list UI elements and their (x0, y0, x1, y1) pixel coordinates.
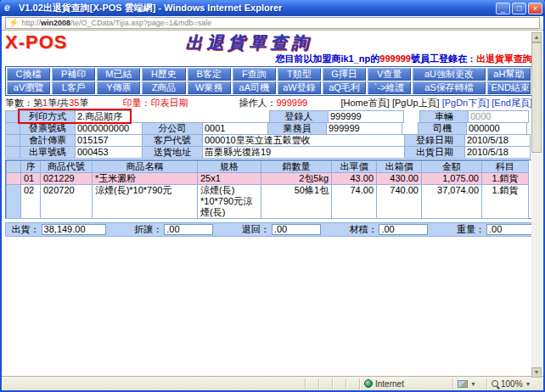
voucher-label: 會計傳票 (20, 134, 76, 147)
total-discount-label: 折讓： (130, 223, 165, 236)
ie-logo-icon: e (4, 3, 15, 14)
security-zone-pane: Internet (360, 378, 453, 389)
form-spacer (403, 110, 420, 123)
window-title: V1.02出退貨查詢[X-POS 雲端網] - Windows Internet… (19, 2, 496, 14)
order-no-value: 000453 (75, 146, 143, 159)
row-selector-cell (5, 122, 20, 135)
maximize-button[interactable]: □ (512, 3, 526, 14)
print-mode-label: 列印方式 (20, 110, 76, 123)
btn-type[interactable]: T類型 (278, 68, 321, 81)
login-person-value: 999999 (328, 110, 404, 123)
invoice-value: 0000000000 (75, 122, 143, 135)
ship-address-value: 苗栗縣光復路19 (202, 146, 405, 159)
col-spec: 規格 (197, 160, 261, 173)
vertical-scrollbar[interactable]: ▲ ▼ (531, 32, 542, 378)
regdate-label: 登錄日期 (404, 134, 465, 147)
print-info: 印量：印表日期 (122, 97, 188, 109)
status-pane (346, 378, 360, 389)
btn-login[interactable]: aW登錄 (278, 81, 321, 94)
items-table: 序 商品代號 商品名稱 規格 銷數量 出單價 出箱價 金額 科目 01 0212… (5, 160, 537, 219)
btn-margin[interactable]: aQ毛利 (323, 81, 366, 94)
print-mode-highlight: 列印方式 2.商品順序 (20, 110, 130, 122)
btn-end[interactable]: `END結束 (487, 81, 531, 94)
form-spacer (130, 110, 270, 123)
btn-customer-order[interactable]: B客定 (188, 68, 231, 81)
cell-spec: 涼煙(長) *10*790元涼 煙(長) (197, 184, 261, 219)
scrollbar-thumb[interactable] (531, 42, 542, 153)
status-pane (319, 378, 333, 389)
total-discount-value: .00 (164, 224, 213, 235)
page-nav-hints: [Home首頁] [PgUp上頁] [PgDn下頁] [End尾頁] (340, 97, 532, 109)
cell-qty: 50條1包 (261, 184, 332, 219)
table-row[interactable]: 02 020720 涼煙(長)*10*790元 涼煙(長) *10*790元涼 … (6, 184, 537, 218)
minimize-button[interactable]: _ (496, 3, 510, 14)
page-options-pane[interactable]: ▼ (453, 378, 487, 389)
col-unit-price: 出單價 (331, 160, 377, 173)
btn-query[interactable]: F查詢 (233, 68, 276, 81)
row-selector-cell (5, 134, 20, 147)
btn-browse[interactable]: aV瀏覽 (7, 81, 50, 94)
cell-seq: 01 (20, 172, 41, 185)
cell-code: 020720 (40, 184, 93, 219)
driver-label: 司機 (418, 122, 467, 135)
status-pane (306, 378, 319, 389)
cell-seq: 02 (20, 184, 41, 219)
sales-value: 999999 (326, 122, 402, 135)
close-button[interactable]: × (528, 3, 542, 14)
page-content: X-POS 出退貨單查詢 您目前以加盟商ik1_np的999999號員工登錄在：… (2, 31, 543, 376)
btn-force-edit[interactable]: aU強制更改 (413, 68, 486, 81)
select-column-header (6, 160, 21, 173)
btn-check-qty[interactable]: V查量 (368, 68, 411, 81)
col-qty: 銷數量 (261, 160, 332, 173)
cell-category: 1.銷貨 (481, 184, 529, 219)
status-message-pane (2, 378, 306, 389)
total-return-value: .00 (272, 224, 321, 235)
row-selector-cell[interactable] (6, 172, 21, 185)
btn-product[interactable]: Z商品 (142, 81, 185, 94)
order-form: 列印方式 2.商品順序 登錄人 999999 車輛 0000 發票號碼 0000… (5, 110, 532, 158)
btn-driver[interactable]: aA司機 (233, 81, 276, 94)
btn-maintain[interactable]: `->維護 (368, 81, 411, 94)
ship-address-label: 送貨地址 (142, 146, 203, 159)
btn-history[interactable]: H歷史 (142, 68, 185, 81)
print-mode-value: 2.商品順序 (75, 110, 131, 123)
login-status-line: 您目前以加盟商ik1_np的999999號員工登錄在：出退貨單查詢 (5, 53, 532, 65)
internet-globe-icon (364, 379, 373, 388)
order-no-label: 出單號碼 (20, 146, 76, 159)
btn-help[interactable]: aH幫助 (487, 68, 531, 81)
customer-label: 客戶代號 (142, 134, 203, 147)
btn-save-export[interactable]: aS保存轉檔 (413, 81, 486, 94)
table-row[interactable]: 01 021229 *玉米澱粉 25x1 2包5kg 43.00 430.00 … (6, 172, 537, 184)
btn-change-file[interactable]: C換檔 (7, 68, 50, 81)
scroll-down-icon[interactable]: ▼ (531, 367, 542, 378)
total-weight-label: 重量： (452, 223, 486, 236)
btn-sales[interactable]: W業務 (188, 81, 231, 94)
btn-voucher[interactable]: Y傳票 (97, 81, 140, 94)
row-selector-cell (5, 110, 20, 123)
col-code: 商品代號 (40, 160, 93, 173)
address-bar: ⚡ http://win2008/te/O_CData/Tijia.asp?pa… (2, 16, 543, 31)
btn-pick-date[interactable]: G擇日 (323, 68, 366, 81)
btn-reprint[interactable]: P補印 (52, 68, 95, 81)
scroll-up-icon[interactable]: ▲ (531, 32, 542, 42)
zoom-control[interactable]: 100% ▼ (487, 378, 543, 389)
login-person-label: 登錄人 (269, 110, 329, 123)
record-info-line: 筆數：第1筆/共35筆 印量：印表日期 操作人：999999 [Home首頁] … (5, 97, 532, 109)
branch-label: 分公司 (142, 122, 203, 135)
dropdown-icon: ▼ (525, 381, 531, 387)
url-input[interactable]: ⚡ http://win2008/te/O_CData/Tijia.asp?pa… (5, 17, 540, 29)
vehicle-value: 0000 (468, 110, 529, 123)
items-header-row: 序 商品代號 商品名稱 規格 銷數量 出單價 出箱價 金額 科目 (6, 160, 537, 172)
total-volume-label: 材積： (345, 223, 379, 236)
btn-closed[interactable]: M已結 (97, 68, 140, 81)
branch-value: 0001 (202, 122, 268, 135)
cell-category: 1.銷貨 (481, 172, 529, 185)
title-bar[interactable]: e V1.02出退貨查詢[X-POS 雲端網] - Windows Intern… (0, 0, 545, 16)
row-selector-cell[interactable] (6, 184, 21, 219)
magnifier-icon (492, 380, 498, 387)
btn-customer[interactable]: L客戶 (52, 81, 95, 94)
zone-label: Internet (375, 379, 404, 389)
cell-name: 涼煙(長)*10*790元 (92, 184, 198, 219)
col-seq: 序 (20, 160, 41, 173)
cell-spec: 25x1 (197, 172, 261, 185)
